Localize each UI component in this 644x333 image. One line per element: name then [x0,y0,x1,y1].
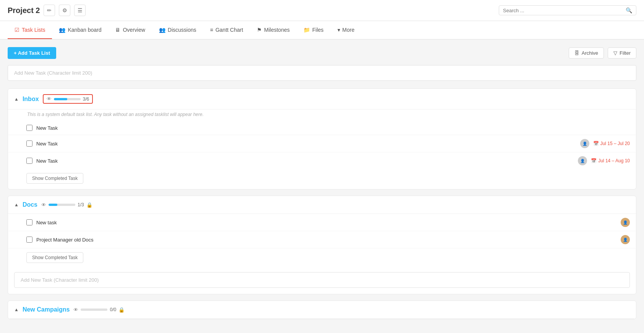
add-task-list-button[interactable]: + Add Task List [8,47,56,59]
tab-discussions[interactable]: 👥 Discussions [152,21,203,39]
gantt-icon: ≡ [210,27,213,33]
toolbar-right: 🗄 Archive ▽ Filter [569,47,636,59]
tab-files-label: Files [312,27,324,33]
project-title: Project 2 [8,6,40,15]
docs-collapse-button[interactable]: ▲ [14,202,19,207]
milestones-icon: ⚑ [257,27,262,33]
filter-label: Filter [620,50,631,56]
search-input[interactable] [503,8,623,13]
task-2-checkbox[interactable] [26,140,32,147]
tab-task-lists-label: Task Lists [22,27,45,33]
docs-task-1-avatar: 👤 [621,218,630,227]
task-2-avatar: 👤 [580,139,589,148]
docs-task-2-name: Project Manager old Docs [36,237,617,243]
docs-progress-fill [49,204,57,206]
docs-task-2-checkbox[interactable] [26,237,32,243]
add-new-task-top-placeholder: Add New Task (Character limit 200) [14,70,92,76]
filter-icon: ▽ [613,50,617,56]
inbox-progress-bar [54,98,81,100]
settings-button[interactable]: ⚙ [59,5,70,16]
inbox-section: ▲ Inbox 👁 3/6 This is a system default t… [8,88,636,189]
edit-icon: ✏ [47,7,52,13]
tab-discussions-label: Discussions [168,27,196,33]
new-campaigns-collapse-button[interactable]: ▲ [14,307,19,312]
task-item: New Task [8,121,636,135]
task-3-name: New Task [36,158,574,164]
header-left: Project 2 ✏ ⚙ ☰ [8,5,86,16]
inbox-title: Inbox [23,96,39,103]
inbox-section-header: ▲ Inbox 👁 3/6 [8,89,636,109]
notes-button[interactable]: ☰ [74,5,86,16]
tab-files[interactable]: 📁 Files [297,21,331,39]
search-box: 🔍 [499,5,636,15]
new-campaigns-lock-icon: 🔒 [118,307,125,313]
tab-milestones[interactable]: ⚑ Milestones [250,21,297,39]
calendar-icon: 📅 [593,141,599,146]
docs-title: Docs [23,201,37,208]
docs-section: ▲ Docs 👁 1/3 🔒 New task 👤 Project Manage… [8,196,636,294]
inbox-show-completed-button[interactable]: Show Completed Task [26,173,83,184]
docs-lock-icon: 🔒 [86,202,92,208]
task-3-checkbox[interactable] [26,158,32,164]
task-lists-icon: ☑ [15,27,19,33]
tab-gantt-label: Gantt Chart [216,27,243,33]
tab-kanban[interactable]: 👥 Kanban board [52,21,108,39]
new-campaigns-progress-inline: 👁 0/0 🔒 [73,307,125,313]
tab-more[interactable]: ▾ More [331,21,362,39]
archive-label: Archive [582,50,598,56]
docs-task-1-checkbox[interactable] [26,219,32,225]
new-campaigns-eye-icon: 👁 [73,307,78,313]
overview-icon: 🖥 [115,27,120,33]
new-campaigns-header: ▲ New Campaigns 👁 0/0 🔒 [8,301,636,319]
new-campaigns-progress-bar [81,309,107,311]
docs-eye-icon: 👁 [41,202,46,208]
kanban-icon: 👥 [59,27,65,33]
archive-icon: 🗄 [574,50,579,56]
header: Project 2 ✏ ⚙ ☰ 🔍 [0,0,644,21]
filter-button[interactable]: ▽ Filter [608,47,636,59]
new-campaigns-progress-label: 0/0 [110,307,116,312]
task-3-date: 📅 Jul 14 – Aug 10 [591,158,630,163]
add-new-task-bottom-placeholder: Add New Task (Character limit 200) [21,277,99,283]
task-item: New Task 👤 📅 Jul 14 – Aug 10 [8,152,636,169]
add-new-task-bottom[interactable]: Add New Task (Character limit 200) [14,272,630,288]
tab-gantt[interactable]: ≡ Gantt Chart [203,21,250,39]
add-new-task-top[interactable]: Add New Task (Character limit 200) [8,65,636,81]
discussions-icon: 👥 [159,27,165,33]
add-task-list-label: + Add Task List [14,50,50,56]
tab-milestones-label: Milestones [264,27,290,33]
nav-tabs: ☑ Task Lists 👥 Kanban board 🖥 Overview 👥… [0,21,644,39]
new-campaigns-section: ▲ New Campaigns 👁 0/0 🔒 [8,300,636,319]
docs-progress-label: 1/3 [78,202,84,207]
task-1-name: New Task [36,125,630,131]
task-2-date: 📅 Jul 15 – Jul 20 [593,141,630,146]
files-icon: 📁 [303,27,310,33]
calendar-icon-2: 📅 [591,158,597,163]
docs-progress-bar [49,204,75,206]
inbox-description: This is a system default task list. Any … [8,109,636,121]
docs-task-1-name: New task [36,220,617,225]
tab-overview-label: Overview [123,27,145,33]
docs-show-completed-button[interactable]: Show Completed Task [26,252,83,263]
task-item: New task 👤 [8,214,636,231]
inbox-progress-badge: 👁 3/6 [43,94,93,104]
archive-button[interactable]: 🗄 Archive [569,47,604,59]
tab-kanban-label: Kanban board [68,27,101,33]
task-3-avatar: 👤 [578,156,587,165]
toolbar: + Add Task List 🗄 Archive ▽ Filter [8,47,636,59]
inbox-eye-icon: 👁 [47,96,52,102]
docs-section-header: ▲ Docs 👁 1/3 🔒 [8,196,636,214]
edit-button[interactable]: ✏ [44,5,55,16]
notes-icon: ☰ [78,7,83,13]
main-content: + Add Task List 🗄 Archive ▽ Filter Add N… [0,39,644,333]
tab-task-lists[interactable]: ☑ Task Lists [8,21,52,39]
tab-overview[interactable]: 🖥 Overview [108,21,152,39]
inbox-collapse-button[interactable]: ▲ [14,96,19,102]
task-1-checkbox[interactable] [26,125,32,131]
settings-icon: ⚙ [62,7,67,13]
new-campaigns-title: New Campaigns [23,306,70,313]
more-chevron-icon: ▾ [337,27,340,33]
docs-progress-inline: 👁 1/3 🔒 [41,202,92,208]
inbox-progress-fill [54,98,67,100]
task-item: Project Manager old Docs 👤 [8,231,636,248]
